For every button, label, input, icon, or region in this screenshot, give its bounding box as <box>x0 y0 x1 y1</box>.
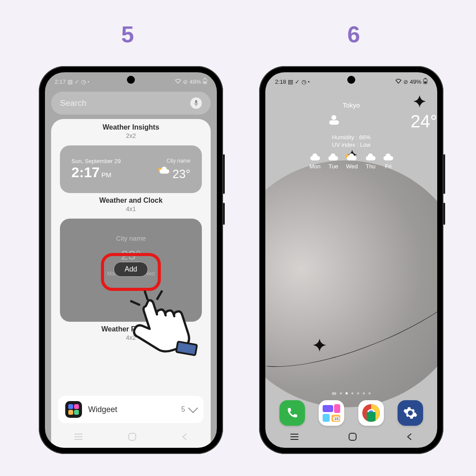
svg-rect-7 <box>129 433 136 440</box>
chrome-icon <box>362 404 380 422</box>
page-dot <box>368 392 371 394</box>
screen-widget-picker: 2:17 ▧ ✓ ◷ ⊘ 49% Search <box>45 72 217 448</box>
weather-day-icon <box>366 154 376 160</box>
clock-date: Sun, September 29 <box>71 158 121 164</box>
page-indicator[interactable] <box>265 392 437 395</box>
navigation-bar <box>265 428 437 448</box>
clock-city: City name <box>160 158 190 164</box>
navigation-bar <box>51 428 211 448</box>
weather-icon <box>329 116 342 125</box>
no-signal-icon: ⊘ <box>183 78 188 85</box>
weather-day-label: Tue <box>328 163 338 170</box>
svg-rect-1 <box>205 78 206 79</box>
weather-days: Mon Tue Wed Thu Fri <box>265 154 437 170</box>
svg-rect-11 <box>176 342 197 355</box>
weather-temp: 24° <box>411 112 438 131</box>
clock-time: 2:17 <box>71 164 100 180</box>
battery-icon <box>203 78 207 86</box>
widget-title-clock: Weather and Clock <box>51 197 211 205</box>
recents-button[interactable] <box>74 433 83 442</box>
recents-button[interactable] <box>290 433 299 442</box>
image-icon: ▧ <box>288 78 293 85</box>
alarm-icon: ◷ <box>301 78 306 85</box>
search-input[interactable]: Search <box>51 92 211 115</box>
page-dot <box>351 392 353 394</box>
weather-widget[interactable]: Tokyo 24° Humidity : 66% UV index : Low … <box>265 101 437 170</box>
search-placeholder: Search <box>60 98 86 108</box>
weather-day-label: Wed <box>346 163 358 170</box>
back-button[interactable] <box>406 432 413 443</box>
step-number-5: 5 <box>121 21 134 48</box>
weather-day-icon <box>347 154 357 160</box>
app-row-count: 5 <box>181 405 185 413</box>
svg-rect-3 <box>195 100 197 104</box>
app-phone[interactable] <box>279 400 305 426</box>
step-number-6: 6 <box>347 21 360 48</box>
weather-day-label: Thu <box>366 163 376 170</box>
status-time: 2:18 <box>275 78 286 85</box>
phone-mockup-left: 2:17 ▧ ✓ ◷ ⊘ 49% Search <box>39 66 223 454</box>
wifi-icon <box>175 78 181 85</box>
page-dot-home <box>332 392 336 395</box>
side-button <box>443 203 445 225</box>
check-icon: ✓ <box>74 78 79 85</box>
camera-hole <box>127 76 135 84</box>
camera-hole <box>347 76 355 84</box>
clock-ampm: PM <box>101 171 112 178</box>
power-button <box>443 154 445 194</box>
weather-day-icon <box>310 154 320 160</box>
dock: 15 <box>265 400 437 426</box>
status-time: 2:17 <box>55 78 66 85</box>
svg-rect-13 <box>425 78 426 79</box>
app-icon-widgeet <box>65 401 82 418</box>
app-row-name: Widgeet <box>88 405 117 414</box>
page-dot <box>363 392 365 394</box>
no-signal-icon: ⊘ <box>403 78 408 85</box>
widget-title-insights: Weather Insights <box>51 123 211 131</box>
power-button <box>223 154 225 194</box>
weather-icon <box>160 167 169 174</box>
weather-humidity: Humidity : 66% <box>265 134 437 141</box>
back-button[interactable] <box>181 432 188 443</box>
phone-mockup-right: 2:18 ▧ ✓ ◷ ⊘ 49% Tokyo 24° <box>259 66 443 454</box>
widget-app-row[interactable]: Widgeet 5 <box>58 396 204 423</box>
svg-line-9 <box>130 298 140 308</box>
widget-panel[interactable]: Weather Insights 2x2 Sun, September 29 2… <box>51 119 211 448</box>
gallery-badge: 15 <box>333 416 339 421</box>
side-button <box>223 203 225 225</box>
weather-day-label: Mon <box>309 163 320 170</box>
page-dot <box>357 392 359 394</box>
alarm-icon: ◷ <box>81 78 86 85</box>
app-settings[interactable] <box>398 400 423 426</box>
pointer-hand-icon <box>131 293 197 368</box>
weather-uv: UV index : Low <box>265 141 437 148</box>
battery-icon <box>423 78 428 86</box>
weather-day-icon <box>383 154 393 160</box>
screen-home[interactable]: 2:18 ▧ ✓ ◷ ⊘ 49% Tokyo 24° <box>265 72 437 448</box>
wifi-icon <box>395 78 402 85</box>
svg-rect-18 <box>349 433 356 440</box>
app-gallery[interactable]: 15 <box>319 400 344 426</box>
page-dot <box>340 392 342 394</box>
image-icon: ▧ <box>67 78 73 85</box>
weather-city: Tokyo <box>265 101 437 109</box>
check-icon: ✓ <box>295 78 300 85</box>
battery-text: 49% <box>190 78 201 85</box>
forecast-city: City name <box>60 234 202 242</box>
chevron-down-icon <box>188 403 198 413</box>
battery-text: 49% <box>410 78 421 85</box>
sparkle-icon <box>313 338 326 352</box>
add-button[interactable]: Add <box>114 262 148 277</box>
app-chrome[interactable] <box>358 400 384 426</box>
svg-rect-2 <box>204 82 206 83</box>
widget-size-clock: 4x1 <box>51 205 211 212</box>
home-button[interactable] <box>128 432 137 443</box>
mic-icon[interactable] <box>190 97 202 109</box>
home-button[interactable] <box>348 432 357 443</box>
weather-day-label: Fri <box>385 163 392 170</box>
page-dot-active <box>346 392 348 394</box>
status-dot <box>88 81 89 82</box>
widget-preview-clock[interactable]: Sun, September 29 2:17PM City name 23° <box>60 145 202 193</box>
clock-temp: 23° <box>172 167 190 181</box>
weather-day-icon <box>328 154 338 160</box>
